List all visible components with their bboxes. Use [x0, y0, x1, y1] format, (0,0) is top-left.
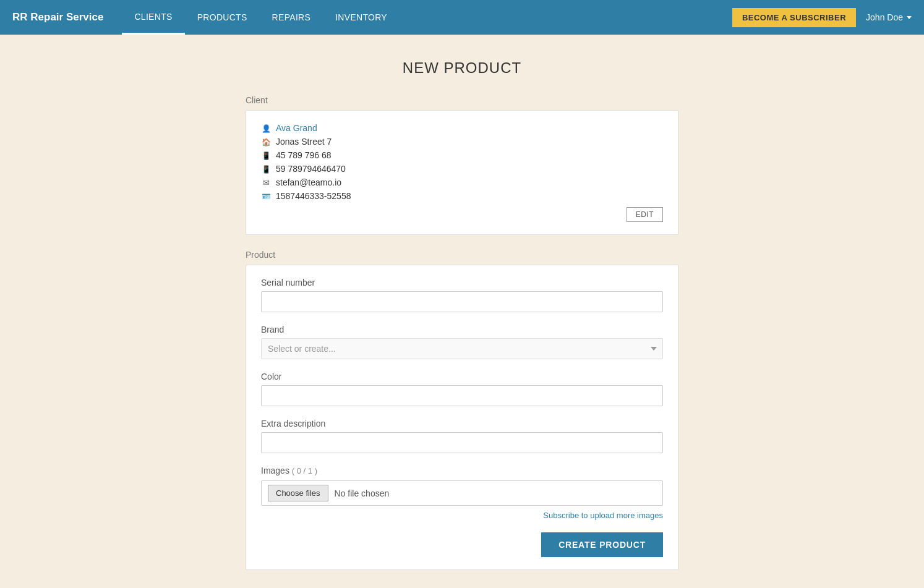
serial-number-label: Serial number — [261, 278, 663, 288]
client-phone2-row: 59 789794646470 — [261, 164, 663, 174]
client-address: Jonas Street 7 — [276, 137, 332, 147]
color-group: Color — [261, 372, 663, 406]
choose-files-button[interactable]: Choose files — [268, 485, 328, 501]
person-icon — [261, 124, 271, 133]
form-actions: CREATE PRODUCT — [261, 532, 663, 557]
nav-repairs[interactable]: REPAIRS — [260, 0, 323, 35]
navbar: RR Repair Service CLIENTS PRODUCTS REPAI… — [0, 0, 924, 35]
nav-clients[interactable]: CLIENTS — [122, 0, 184, 35]
navbar-links: CLIENTS PRODUCTS REPAIRS INVENTORY — [122, 0, 732, 35]
file-upload-row: Choose files No file chosen — [261, 480, 663, 506]
images-group: Images ( 0 / 1 ) Choose files No file ch… — [261, 466, 663, 520]
brand-label: Brand — [261, 325, 663, 334]
id-icon — [261, 192, 271, 201]
client-id-row: 1587446333-52558 — [261, 191, 663, 201]
become-subscriber-button[interactable]: BECOME A SUBSCRIBER — [732, 8, 856, 27]
brand-group: Brand Select or create... — [261, 325, 663, 359]
home-icon — [261, 137, 271, 147]
page-title: NEW PRODUCT — [12, 59, 912, 77]
client-name-row: Ava Grand — [261, 123, 663, 133]
serial-number-input[interactable] — [261, 291, 663, 312]
extra-description-group: Extra description — [261, 419, 663, 453]
phone1-icon — [261, 151, 271, 160]
subscribe-link-row: Subscribe to upload more images — [261, 511, 663, 520]
client-phone2: 59 789794646470 — [276, 164, 346, 174]
client-id: 1587446333-52558 — [276, 191, 351, 201]
brand-name: RR Repair Service — [12, 11, 103, 23]
chevron-down-icon — [907, 16, 912, 19]
client-phone1-row: 45 789 796 68 — [261, 150, 663, 160]
client-card: Ava Grand Jonas Street 7 45 789 796 68 5… — [246, 110, 678, 235]
images-count: ( 0 / 1 ) — [292, 466, 317, 475]
client-info: Ava Grand Jonas Street 7 45 789 796 68 5… — [261, 123, 663, 201]
user-menu[interactable]: John Doe — [866, 12, 912, 22]
client-email-row: stefan@teamo.io — [261, 177, 663, 187]
subscribe-link[interactable]: Subscribe to upload more images — [543, 511, 663, 520]
nav-inventory[interactable]: INVENTORY — [323, 0, 400, 35]
product-section-label: Product — [246, 250, 678, 260]
brand-select-wrapper: Select or create... — [261, 338, 663, 359]
email-icon — [261, 178, 271, 187]
client-address-row: Jonas Street 7 — [261, 137, 663, 147]
edit-client-button[interactable]: EDIT — [627, 207, 663, 222]
nav-products[interactable]: PRODUCTS — [185, 0, 260, 35]
create-product-button[interactable]: CREATE PRODUCT — [541, 532, 663, 557]
client-email: stefan@teamo.io — [276, 177, 341, 187]
extra-description-label: Extra description — [261, 419, 663, 428]
client-name-link[interactable]: Ava Grand — [276, 123, 317, 133]
brand-select[interactable]: Select or create... — [261, 338, 663, 359]
section-container: Client Ava Grand Jonas Street 7 45 789 7… — [246, 95, 678, 570]
phone2-icon — [261, 164, 271, 174]
color-input[interactable] — [261, 385, 663, 406]
images-label-row: Images ( 0 / 1 ) — [261, 466, 663, 475]
edit-button-row: EDIT — [261, 207, 663, 222]
client-section-label: Client — [246, 95, 678, 105]
extra-description-input[interactable] — [261, 432, 663, 453]
main-content: NEW PRODUCT Client Ava Grand Jonas Stree… — [0, 35, 924, 588]
color-label: Color — [261, 372, 663, 381]
serial-number-group: Serial number — [261, 278, 663, 312]
client-phone1: 45 789 796 68 — [276, 150, 332, 160]
navbar-right: BECOME A SUBSCRIBER John Doe — [732, 8, 912, 27]
images-label: Images — [261, 466, 289, 475]
no-file-text: No file chosen — [335, 488, 390, 498]
product-card: Serial number Brand Select or create... … — [246, 265, 678, 570]
user-name: John Doe — [866, 12, 903, 22]
